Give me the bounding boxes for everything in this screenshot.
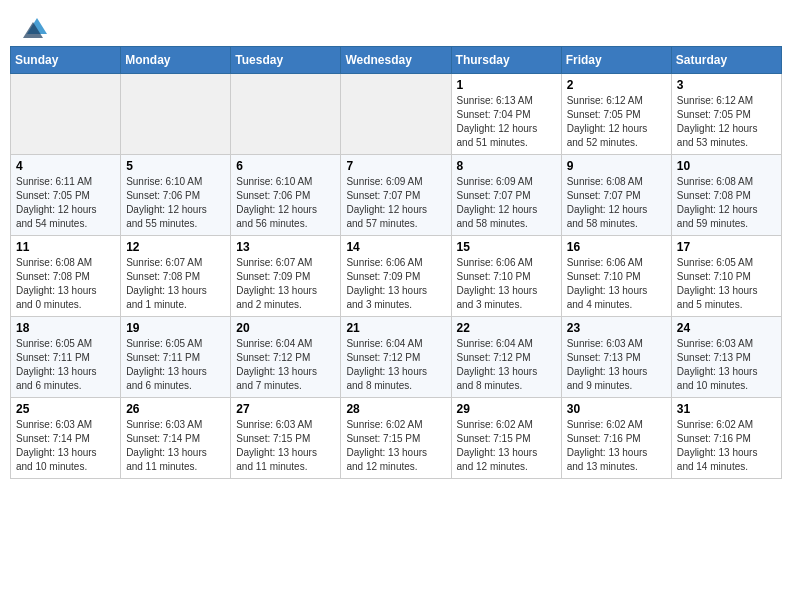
day-of-week-header: Monday: [121, 47, 231, 74]
day-info: Sunrise: 6:06 AM Sunset: 7:10 PM Dayligh…: [567, 256, 666, 312]
day-info: Sunrise: 6:05 AM Sunset: 7:10 PM Dayligh…: [677, 256, 776, 312]
calendar-cell: [341, 74, 451, 155]
day-number: 1: [457, 78, 556, 92]
calendar-cell: [11, 74, 121, 155]
day-number: 6: [236, 159, 335, 173]
day-number: 3: [677, 78, 776, 92]
day-number: 15: [457, 240, 556, 254]
day-number: 31: [677, 402, 776, 416]
day-info: Sunrise: 6:09 AM Sunset: 7:07 PM Dayligh…: [457, 175, 556, 231]
day-number: 7: [346, 159, 445, 173]
calendar-cell: 4Sunrise: 6:11 AM Sunset: 7:05 PM Daylig…: [11, 155, 121, 236]
day-info: Sunrise: 6:12 AM Sunset: 7:05 PM Dayligh…: [567, 94, 666, 150]
page-header: [0, 0, 792, 46]
day-number: 12: [126, 240, 225, 254]
calendar-cell: 13Sunrise: 6:07 AM Sunset: 7:09 PM Dayli…: [231, 236, 341, 317]
calendar-cell: 25Sunrise: 6:03 AM Sunset: 7:14 PM Dayli…: [11, 398, 121, 479]
calendar-cell: 26Sunrise: 6:03 AM Sunset: 7:14 PM Dayli…: [121, 398, 231, 479]
day-info: Sunrise: 6:12 AM Sunset: 7:05 PM Dayligh…: [677, 94, 776, 150]
calendar-header-row: SundayMondayTuesdayWednesdayThursdayFrid…: [11, 47, 782, 74]
day-info: Sunrise: 6:08 AM Sunset: 7:08 PM Dayligh…: [677, 175, 776, 231]
day-number: 4: [16, 159, 115, 173]
day-number: 5: [126, 159, 225, 173]
day-of-week-header: Wednesday: [341, 47, 451, 74]
day-info: Sunrise: 6:03 AM Sunset: 7:15 PM Dayligh…: [236, 418, 335, 474]
day-info: Sunrise: 6:02 AM Sunset: 7:15 PM Dayligh…: [457, 418, 556, 474]
calendar-cell: 1Sunrise: 6:13 AM Sunset: 7:04 PM Daylig…: [451, 74, 561, 155]
day-number: 16: [567, 240, 666, 254]
day-number: 27: [236, 402, 335, 416]
calendar-cell: 21Sunrise: 6:04 AM Sunset: 7:12 PM Dayli…: [341, 317, 451, 398]
day-number: 14: [346, 240, 445, 254]
calendar-cell: 6Sunrise: 6:10 AM Sunset: 7:06 PM Daylig…: [231, 155, 341, 236]
day-of-week-header: Friday: [561, 47, 671, 74]
day-info: Sunrise: 6:08 AM Sunset: 7:07 PM Dayligh…: [567, 175, 666, 231]
day-number: 19: [126, 321, 225, 335]
day-info: Sunrise: 6:13 AM Sunset: 7:04 PM Dayligh…: [457, 94, 556, 150]
calendar-cell: 30Sunrise: 6:02 AM Sunset: 7:16 PM Dayli…: [561, 398, 671, 479]
day-number: 20: [236, 321, 335, 335]
day-info: Sunrise: 6:05 AM Sunset: 7:11 PM Dayligh…: [126, 337, 225, 393]
day-number: 28: [346, 402, 445, 416]
calendar-cell: 11Sunrise: 6:08 AM Sunset: 7:08 PM Dayli…: [11, 236, 121, 317]
day-number: 13: [236, 240, 335, 254]
day-number: 9: [567, 159, 666, 173]
day-info: Sunrise: 6:08 AM Sunset: 7:08 PM Dayligh…: [16, 256, 115, 312]
day-info: Sunrise: 6:11 AM Sunset: 7:05 PM Dayligh…: [16, 175, 115, 231]
calendar-cell: 3Sunrise: 6:12 AM Sunset: 7:05 PM Daylig…: [671, 74, 781, 155]
day-info: Sunrise: 6:04 AM Sunset: 7:12 PM Dayligh…: [457, 337, 556, 393]
calendar-week-row: 4Sunrise: 6:11 AM Sunset: 7:05 PM Daylig…: [11, 155, 782, 236]
day-info: Sunrise: 6:09 AM Sunset: 7:07 PM Dayligh…: [346, 175, 445, 231]
day-info: Sunrise: 6:07 AM Sunset: 7:09 PM Dayligh…: [236, 256, 335, 312]
day-info: Sunrise: 6:10 AM Sunset: 7:06 PM Dayligh…: [236, 175, 335, 231]
day-info: Sunrise: 6:05 AM Sunset: 7:11 PM Dayligh…: [16, 337, 115, 393]
calendar-cell: 12Sunrise: 6:07 AM Sunset: 7:08 PM Dayli…: [121, 236, 231, 317]
calendar-cell: 14Sunrise: 6:06 AM Sunset: 7:09 PM Dayli…: [341, 236, 451, 317]
day-info: Sunrise: 6:03 AM Sunset: 7:13 PM Dayligh…: [567, 337, 666, 393]
day-number: 2: [567, 78, 666, 92]
day-info: Sunrise: 6:03 AM Sunset: 7:14 PM Dayligh…: [16, 418, 115, 474]
day-number: 23: [567, 321, 666, 335]
day-info: Sunrise: 6:02 AM Sunset: 7:16 PM Dayligh…: [677, 418, 776, 474]
calendar-cell: 18Sunrise: 6:05 AM Sunset: 7:11 PM Dayli…: [11, 317, 121, 398]
day-info: Sunrise: 6:03 AM Sunset: 7:13 PM Dayligh…: [677, 337, 776, 393]
calendar-wrapper: SundayMondayTuesdayWednesdayThursdayFrid…: [0, 46, 792, 489]
day-info: Sunrise: 6:03 AM Sunset: 7:14 PM Dayligh…: [126, 418, 225, 474]
day-info: Sunrise: 6:10 AM Sunset: 7:06 PM Dayligh…: [126, 175, 225, 231]
day-info: Sunrise: 6:02 AM Sunset: 7:16 PM Dayligh…: [567, 418, 666, 474]
calendar-cell: 7Sunrise: 6:09 AM Sunset: 7:07 PM Daylig…: [341, 155, 451, 236]
day-number: 25: [16, 402, 115, 416]
calendar-cell: 23Sunrise: 6:03 AM Sunset: 7:13 PM Dayli…: [561, 317, 671, 398]
calendar-week-row: 25Sunrise: 6:03 AM Sunset: 7:14 PM Dayli…: [11, 398, 782, 479]
calendar-cell: 17Sunrise: 6:05 AM Sunset: 7:10 PM Dayli…: [671, 236, 781, 317]
day-info: Sunrise: 6:06 AM Sunset: 7:10 PM Dayligh…: [457, 256, 556, 312]
day-number: 29: [457, 402, 556, 416]
calendar-cell: 8Sunrise: 6:09 AM Sunset: 7:07 PM Daylig…: [451, 155, 561, 236]
day-number: 11: [16, 240, 115, 254]
day-info: Sunrise: 6:04 AM Sunset: 7:12 PM Dayligh…: [236, 337, 335, 393]
calendar-cell: 5Sunrise: 6:10 AM Sunset: 7:06 PM Daylig…: [121, 155, 231, 236]
day-of-week-header: Tuesday: [231, 47, 341, 74]
calendar-cell: 9Sunrise: 6:08 AM Sunset: 7:07 PM Daylig…: [561, 155, 671, 236]
calendar-week-row: 11Sunrise: 6:08 AM Sunset: 7:08 PM Dayli…: [11, 236, 782, 317]
day-info: Sunrise: 6:06 AM Sunset: 7:09 PM Dayligh…: [346, 256, 445, 312]
logo-icon: [23, 14, 51, 38]
day-number: 30: [567, 402, 666, 416]
calendar-cell: 22Sunrise: 6:04 AM Sunset: 7:12 PM Dayli…: [451, 317, 561, 398]
calendar-cell: 24Sunrise: 6:03 AM Sunset: 7:13 PM Dayli…: [671, 317, 781, 398]
day-info: Sunrise: 6:07 AM Sunset: 7:08 PM Dayligh…: [126, 256, 225, 312]
calendar-cell: 16Sunrise: 6:06 AM Sunset: 7:10 PM Dayli…: [561, 236, 671, 317]
calendar-cell: 10Sunrise: 6:08 AM Sunset: 7:08 PM Dayli…: [671, 155, 781, 236]
day-number: 22: [457, 321, 556, 335]
calendar-cell: 15Sunrise: 6:06 AM Sunset: 7:10 PM Dayli…: [451, 236, 561, 317]
day-number: 21: [346, 321, 445, 335]
calendar-cell: 29Sunrise: 6:02 AM Sunset: 7:15 PM Dayli…: [451, 398, 561, 479]
calendar-cell: 19Sunrise: 6:05 AM Sunset: 7:11 PM Dayli…: [121, 317, 231, 398]
calendar-cell: [121, 74, 231, 155]
day-of-week-header: Thursday: [451, 47, 561, 74]
day-info: Sunrise: 6:04 AM Sunset: 7:12 PM Dayligh…: [346, 337, 445, 393]
calendar-table: SundayMondayTuesdayWednesdayThursdayFrid…: [10, 46, 782, 479]
day-of-week-header: Sunday: [11, 47, 121, 74]
day-number: 10: [677, 159, 776, 173]
day-of-week-header: Saturday: [671, 47, 781, 74]
